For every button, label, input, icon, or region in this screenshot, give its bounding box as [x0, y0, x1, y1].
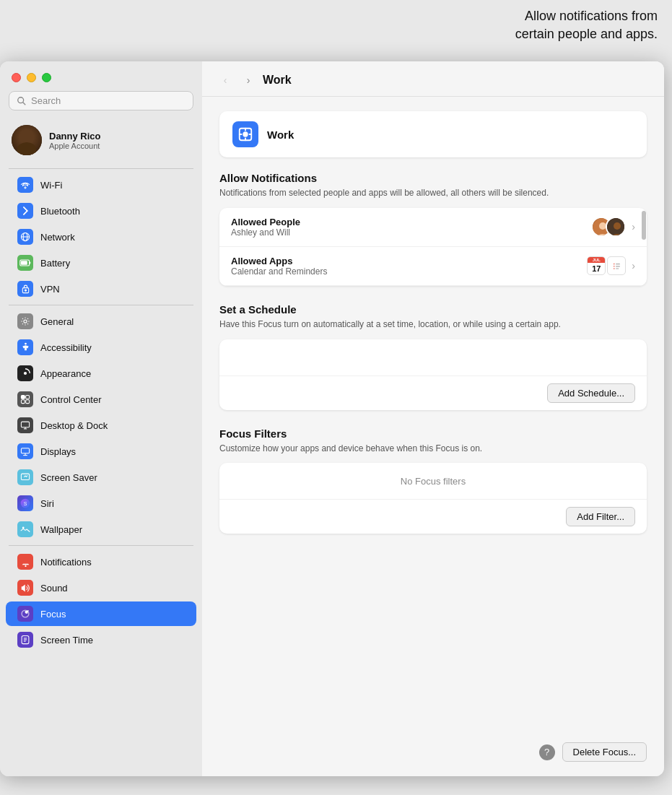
search-box[interactable]: Search	[9, 91, 193, 110]
sidebar-label-vpn: VPN	[40, 284, 60, 295]
sidebar-item-displays[interactable]: Displays	[6, 439, 196, 464]
sidebar-item-wallpaper[interactable]: Wallpaper	[6, 517, 196, 542]
allowed-people-row[interactable]: Allowed People Ashley and Will	[219, 208, 647, 247]
sidebar-label-bluetooth: Bluetooth	[40, 206, 80, 217]
filters-section: Focus Filters Customize how your apps an…	[219, 427, 647, 534]
sidebar-item-screentime[interactable]: Screen Time	[6, 627, 196, 652]
desktop-icon	[17, 417, 33, 433]
no-filters-label: No Focus filters	[401, 476, 466, 487]
profile-name: Danny Rico	[49, 131, 101, 142]
sidebar-divider-3	[9, 545, 193, 546]
svg-line-1	[23, 102, 26, 105]
maximize-button[interactable]	[42, 73, 51, 82]
main-content: ‹ › Work Work	[202, 61, 664, 776]
svg-point-43	[614, 222, 621, 230]
sound-icon	[17, 580, 33, 596]
schedule-desc: Have this Focus turn on automatically at…	[219, 318, 647, 331]
forward-button[interactable]: ›	[240, 71, 257, 89]
avatar	[12, 125, 42, 155]
schedule-title: Set a Schedule	[219, 303, 647, 316]
search-icon	[17, 96, 27, 106]
focus-icon	[17, 606, 33, 622]
svg-point-10	[24, 320, 27, 323]
apps-icons: JUL 17	[587, 256, 626, 275]
sidebar-item-desktop[interactable]: Desktop & Dock	[6, 413, 196, 438]
sidebar-item-accessibility[interactable]: Accessibility	[6, 335, 196, 360]
profile-item[interactable]: Danny Rico Apple Account	[0, 119, 202, 165]
sidebar-item-focus[interactable]: Focus	[6, 601, 196, 626]
allowed-people-right: ›	[591, 217, 635, 237]
sidebar-label-desktop: Desktop & Dock	[40, 420, 108, 431]
help-button[interactable]: ?	[539, 744, 555, 760]
filters-title: Focus Filters	[219, 427, 647, 440]
schedule-btn-row: Add Schedule...	[219, 375, 647, 410]
svg-rect-24	[21, 474, 29, 479]
vpn-icon	[17, 281, 33, 297]
allowed-people-subtitle: Ashley and Will	[231, 227, 591, 238]
allowed-apps-row[interactable]: Allowed Apps Calendar and Reminders JUL …	[219, 247, 647, 286]
cal-month: JUL	[588, 257, 605, 263]
sidebar: Search Danny Rico Apple Account Wi-Fi Bl	[0, 61, 202, 776]
sidebar-label-screensaver: Screen Saver	[40, 472, 97, 483]
filters-card: No Focus filters Add Filter...	[219, 463, 647, 534]
add-schedule-button[interactable]: Add Schedule...	[547, 383, 635, 403]
allow-notifications-title: Allow Notifications	[219, 172, 647, 184]
minimize-button[interactable]	[27, 73, 36, 82]
controlcenter-icon	[17, 391, 33, 407]
scroll-track	[641, 208, 647, 286]
sidebar-label-appearance: Appearance	[40, 368, 91, 379]
accessibility-icon	[17, 339, 33, 355]
bluetooth-icon	[17, 203, 33, 219]
sidebar-label-general: General	[40, 316, 74, 327]
svg-point-46	[614, 266, 615, 267]
general-icon	[17, 313, 33, 329]
svg-rect-6	[30, 261, 31, 264]
sidebar-item-battery[interactable]: Battery	[6, 251, 196, 275]
allowed-apps-subtitle: Calendar and Reminders	[231, 266, 587, 277]
sidebar-label-wallpaper: Wallpaper	[40, 524, 82, 535]
sidebar-label-displays: Displays	[40, 446, 76, 457]
sidebar-label-notifications: Notifications	[40, 557, 92, 568]
wallpaper-icon	[17, 521, 33, 537]
svg-point-28	[22, 527, 25, 529]
delete-focus-button[interactable]: Delete Focus...	[562, 742, 647, 762]
sidebar-item-controlcenter[interactable]: Control Center	[6, 387, 196, 412]
profile-text: Danny Rico Apple Account	[49, 131, 101, 150]
back-button[interactable]: ‹	[217, 71, 234, 89]
sidebar-item-notifications[interactable]: Notifications	[6, 549, 196, 574]
allowed-people-title: Allowed People	[231, 217, 591, 227]
schedule-section: Set a Schedule Have this Focus turn on a…	[219, 303, 647, 410]
svg-rect-16	[21, 400, 25, 404]
wifi-icon	[17, 177, 33, 193]
schedule-card: Add Schedule...	[219, 339, 647, 410]
sidebar-item-general[interactable]: General	[6, 309, 196, 334]
sidebar-item-wifi[interactable]: Wi-Fi	[6, 173, 196, 197]
allowed-card: Allowed People Ashley and Will	[219, 208, 647, 286]
add-filter-button[interactable]: Add Filter...	[566, 507, 635, 526]
sidebar-item-network[interactable]: Network	[6, 225, 196, 249]
sidebar-label-battery: Battery	[40, 258, 70, 269]
search-placeholder: Search	[31, 95, 61, 106]
battery-icon	[17, 255, 33, 271]
sidebar-item-siri[interactable]: S Siri	[6, 491, 196, 516]
allow-notifications-section: Allow Notifications Notifications from s…	[219, 172, 647, 286]
sidebar-label-accessibility: Accessibility	[40, 342, 92, 353]
network-icon	[17, 229, 33, 245]
svg-text:S: S	[24, 501, 27, 506]
svg-point-0	[18, 97, 24, 103]
sidebar-label-sound: Sound	[40, 583, 68, 594]
sidebar-item-vpn[interactable]: VPN	[6, 277, 196, 301]
sidebar-label-network: Network	[40, 232, 75, 243]
allow-notifications-desc: Notifications from selected people and a…	[219, 187, 647, 199]
allowed-apps-right: JUL 17	[587, 256, 635, 275]
sidebar-label-siri: Siri	[40, 498, 54, 509]
close-button[interactable]	[12, 73, 21, 82]
allowed-people-info: Allowed People Ashley and Will	[231, 217, 591, 238]
apps-chevron: ›	[632, 260, 635, 271]
avatar-person-2	[606, 217, 626, 237]
sidebar-item-appearance[interactable]: Appearance	[6, 361, 196, 386]
appearance-icon	[17, 365, 33, 381]
sidebar-item-bluetooth[interactable]: Bluetooth	[6, 199, 196, 223]
sidebar-item-sound[interactable]: Sound	[6, 575, 196, 600]
sidebar-item-screensaver[interactable]: Screen Saver	[6, 465, 196, 490]
